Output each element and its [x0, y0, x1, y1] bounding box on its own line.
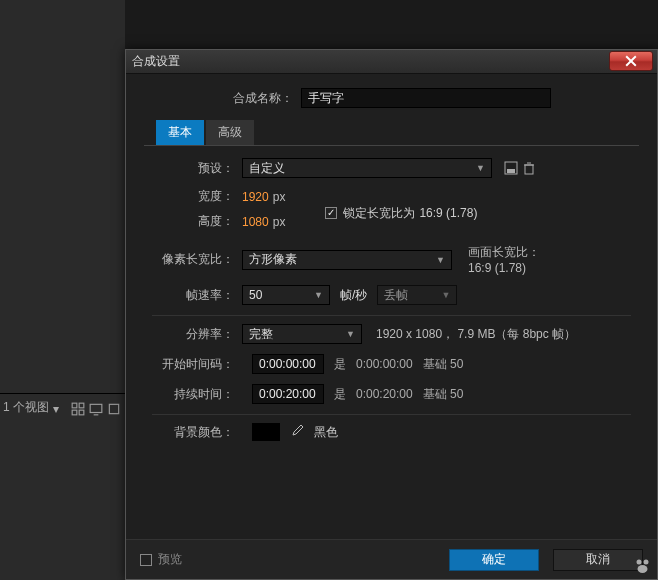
lock-aspect-checkbox[interactable]: [325, 207, 337, 219]
dialog-footer: 预览 确定 取消: [126, 539, 657, 579]
dialog-title: 合成设置: [132, 53, 180, 70]
composition-settings-dialog: 合成设置 合成名称： 基本 高级 预设： 自定义 ▼: [125, 49, 658, 580]
chevron-down-icon: ▼: [436, 255, 445, 265]
drop-frame-value: 丢帧: [384, 287, 408, 304]
par-label: 像素长宽比：: [152, 251, 242, 268]
tab-basic[interactable]: 基本: [156, 120, 204, 145]
fps-unit-label: 帧/秒: [340, 287, 367, 304]
start-tc-label: 开始时间码：: [152, 356, 242, 373]
preview-label: 预览: [158, 551, 182, 568]
resolution-info: 1920 x 1080， 7.9 MB（每 8bpc 帧）: [376, 326, 576, 343]
frame-aspect-value: 16:9 (1.78): [468, 261, 540, 275]
chevron-down-icon: ▼: [476, 163, 485, 173]
resolution-value: 完整: [249, 326, 273, 343]
height-unit: px: [273, 215, 286, 229]
duration-base: 基础 50: [423, 386, 464, 403]
dialog-titlebar[interactable]: 合成设置: [126, 50, 657, 74]
basic-section: 预设： 自定义 ▼ 宽度： 1920 px: [144, 146, 639, 447]
svg-rect-1: [79, 403, 84, 408]
cancel-button[interactable]: 取消: [553, 549, 643, 571]
preset-label: 预设：: [152, 160, 242, 177]
start-tc-input[interactable]: [252, 354, 324, 374]
close-button[interactable]: [609, 51, 653, 71]
chevron-down-icon: ▼: [346, 329, 355, 339]
svg-point-16: [638, 565, 648, 573]
svg-rect-11: [525, 165, 533, 174]
delete-preset-icon[interactable]: [520, 159, 538, 177]
comp-name-input[interactable]: [301, 88, 551, 108]
drop-frame-select[interactable]: 丢帧 ▼: [377, 285, 457, 305]
bg-color-swatch[interactable]: [252, 423, 280, 441]
width-unit: px: [273, 190, 286, 204]
lock-aspect-ratio: 16:9 (1.78): [419, 206, 477, 220]
save-preset-icon[interactable]: [502, 159, 520, 177]
bg-color-label: 背景颜色：: [152, 424, 242, 441]
comp-name-label: 合成名称：: [233, 90, 301, 107]
svg-rect-0: [72, 403, 77, 408]
app-background-panel: [0, 0, 125, 580]
fps-label: 帧速率：: [152, 287, 242, 304]
duration-is: 是: [334, 386, 346, 403]
par-value: 方形像素: [249, 251, 297, 268]
duration-input[interactable]: [252, 384, 324, 404]
svg-rect-4: [90, 404, 102, 412]
width-value[interactable]: 1920: [242, 190, 269, 204]
start-tc-is: 是: [334, 356, 346, 373]
resolution-label: 分辨率：: [152, 326, 242, 343]
frame-aspect-block: 画面长宽比： 16:9 (1.78): [468, 244, 540, 275]
svg-rect-6: [109, 404, 118, 413]
close-icon: [625, 55, 637, 67]
fps-value: 50: [249, 288, 262, 302]
preset-value: 自定义: [249, 160, 285, 177]
views-toolbar: 1 个视图 ▾: [3, 399, 121, 416]
duration-ref: 0:00:20:00: [356, 387, 413, 401]
preset-select[interactable]: 自定义 ▼: [242, 158, 492, 178]
eyedropper-icon[interactable]: [290, 424, 304, 441]
views-label[interactable]: 1 个视图: [3, 399, 49, 416]
background-bottom-border: [0, 393, 125, 394]
dialog-content: 合成名称： 基本 高级 预设： 自定义 ▼: [126, 74, 657, 447]
width-label: 宽度：: [152, 188, 242, 205]
resolution-select[interactable]: 完整 ▼: [242, 324, 362, 344]
box-icon[interactable]: [107, 402, 121, 414]
svg-rect-10: [507, 169, 515, 173]
tab-advanced[interactable]: 高级: [206, 120, 254, 145]
views-dropdown-icon[interactable]: ▾: [53, 402, 67, 414]
lock-aspect-label: 锁定长宽比为: [343, 205, 415, 222]
duration-label: 持续时间：: [152, 386, 242, 403]
height-value[interactable]: 1080: [242, 215, 269, 229]
frame-aspect-label: 画面长宽比：: [468, 244, 540, 261]
chevron-down-icon: ▼: [441, 290, 450, 300]
preview-checkbox[interactable]: [140, 554, 152, 566]
start-tc-ref: 0:00:00:00: [356, 357, 413, 371]
svg-point-15: [644, 560, 649, 565]
tabs: 基本 高级: [156, 120, 639, 145]
fps-select[interactable]: 50 ▼: [242, 285, 330, 305]
svg-rect-2: [72, 410, 77, 415]
svg-rect-3: [79, 410, 84, 415]
watermark-icon: [634, 558, 654, 578]
screen-icon[interactable]: [89, 402, 103, 414]
ok-button[interactable]: 确定: [449, 549, 539, 571]
svg-point-14: [637, 560, 642, 565]
grid-icon[interactable]: [71, 402, 85, 414]
bg-color-name: 黑色: [314, 424, 338, 441]
chevron-down-icon: ▼: [314, 290, 323, 300]
height-label: 高度：: [152, 213, 242, 230]
par-select[interactable]: 方形像素 ▼: [242, 250, 452, 270]
start-tc-base: 基础 50: [423, 356, 464, 373]
